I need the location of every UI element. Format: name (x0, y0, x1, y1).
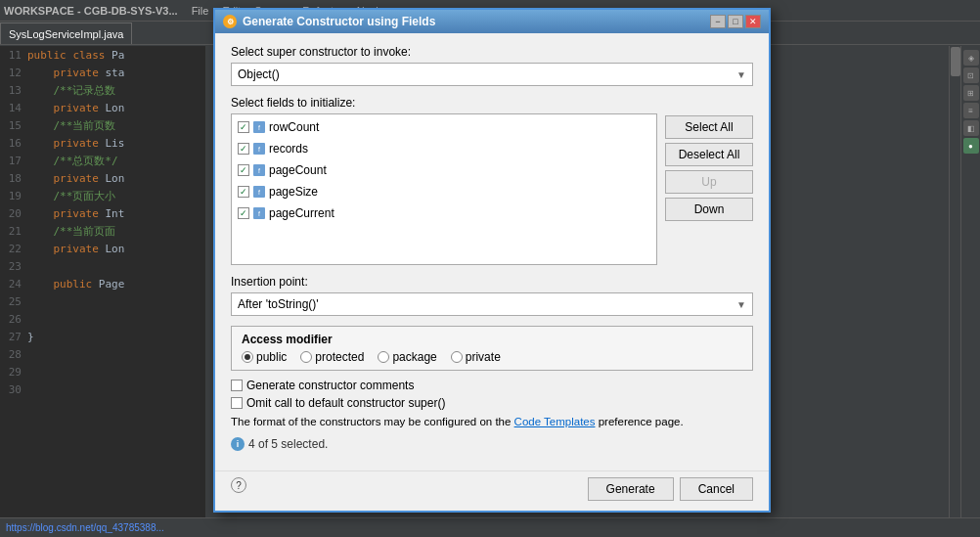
fields-label: Select fields to initialize: (231, 96, 753, 110)
radio-public-circle[interactable] (242, 351, 253, 363)
field-checkbox-records[interactable]: ✓ (238, 143, 249, 155)
radio-private-label: private (466, 350, 501, 364)
radio-private[interactable]: private (451, 350, 501, 364)
sidebar-icon-3[interactable]: ⊞ (963, 85, 979, 101)
sidebar-icon-2[interactable]: ⊡ (963, 67, 979, 83)
radio-protected-circle[interactable] (300, 351, 312, 363)
code-line-30: 30 (0, 380, 205, 398)
radio-private-circle[interactable] (451, 351, 463, 363)
code-editor: 11 public class Pa 12 private sta 13 /**… (0, 46, 205, 517)
deselect-all-button[interactable]: Deselect All (665, 143, 753, 166)
dialog-close-button[interactable]: ✕ (745, 15, 761, 28)
code-line-19: 19 /**页面大小 (0, 187, 205, 204)
code-line-12: 12 private sta (0, 64, 205, 81)
status-text: 4 of 5 selected. (248, 437, 328, 451)
code-line-24: 24 public Page (0, 275, 205, 292)
dialog-minimize-button[interactable]: − (710, 15, 726, 28)
dialog-body: Select super constructor to invoke: Obje… (215, 33, 769, 470)
sidebar-icon-green[interactable]: ● (963, 138, 979, 154)
insertion-point-arrow: ▼ (736, 299, 746, 310)
radio-package-circle[interactable] (378, 351, 389, 363)
field-icon-rowcount: f (253, 121, 265, 133)
super-constructor-dropdown[interactable]: Object() ▼ (231, 63, 753, 86)
field-item-pagecurrent[interactable]: ✓ f pageCurrent (234, 202, 654, 224)
code-line-21: 21 /**当前页面 (0, 222, 205, 240)
checkbox-comments-label: Generate constructor comments (246, 379, 414, 392)
insertion-point-value: After 'toString()' (238, 297, 319, 311)
status-info-icon: i (231, 437, 245, 451)
scrollbar-thumb[interactable] (951, 47, 960, 76)
super-constructor-value: Object() (238, 67, 280, 81)
dialog-controls: − □ ✕ (710, 15, 761, 28)
down-button[interactable]: Down (665, 198, 753, 221)
field-checkbox-pagesize[interactable]: ✓ (238, 186, 249, 198)
code-line-17: 17 /**总页数*/ (0, 152, 205, 169)
radio-package[interactable]: package (378, 350, 436, 364)
checkbox-omit[interactable]: Omit call to default constructor super() (231, 396, 753, 410)
select-all-button[interactable]: Select All (665, 115, 753, 139)
help-icon[interactable]: ? (231, 477, 246, 493)
code-line-28: 28 (0, 345, 205, 363)
statusbar-url: https://blog.csdn.net/qq_43785388... (6, 522, 164, 533)
menu-file[interactable]: File (186, 3, 215, 19)
fields-container: ✓ f rowCount ✓ f records ✓ f pageCount (231, 113, 753, 265)
ide-background: WORKSPACE - CGB-DB-SYS-V3... File Edit S… (0, 0, 980, 537)
checkbox-omit-label: Omit call to default constructor super() (246, 396, 445, 410)
right-sidebar: ◈ ⊡ ⊞ ≡ ◧ ● (960, 46, 980, 517)
checkbox-comments-box[interactable] (231, 380, 243, 391)
code-templates-link[interactable]: Code Templates (514, 416, 596, 427)
field-item-records[interactable]: ✓ f records (234, 138, 654, 159)
code-line-27: 27 } (0, 328, 205, 345)
generate-button[interactable]: Generate (588, 477, 674, 501)
checkbox-omit-box[interactable] (231, 397, 243, 409)
field-item-pagesize[interactable]: ✓ f pageSize (234, 181, 654, 202)
radio-package-label: package (392, 350, 436, 364)
up-button[interactable]: Up (665, 170, 753, 194)
insertion-point-section: Insertion point: After 'toString()' ▼ (231, 275, 753, 316)
field-item-rowcount[interactable]: ✓ f rowCount (234, 116, 654, 138)
cancel-button[interactable]: Cancel (680, 477, 753, 501)
field-name-pagecount: pageCount (269, 163, 327, 177)
dialog-footer: ? Generate Cancel (215, 470, 769, 511)
field-checkbox-pagecount[interactable]: ✓ (238, 164, 249, 176)
code-line-16: 16 private Lis (0, 134, 205, 152)
code-line-23: 23 (0, 257, 205, 275)
code-line-18: 18 private Lon (0, 169, 205, 187)
sidebar-icon-4[interactable]: ≡ (963, 103, 979, 118)
radio-group: public protected package private (242, 350, 742, 364)
field-item-pagecount[interactable]: ✓ f pageCount (234, 159, 654, 181)
workspace-title: WORKSPACE - CGB-DB-SYS-V3... (4, 5, 178, 17)
dialog-titlebar: ⚙ Generate Constructor using Fields − □ … (215, 10, 769, 33)
insertion-point-label: Insertion point: (231, 275, 753, 289)
scrollbar-track[interactable] (949, 46, 960, 517)
super-constructor-label: Select super constructor to invoke: (231, 45, 753, 59)
code-line-22: 22 private Lon (0, 240, 205, 257)
field-icon-pagecurrent: f (253, 207, 265, 219)
sidebar-icon-5[interactable]: ◧ (963, 120, 979, 136)
field-name-rowcount: rowCount (269, 120, 319, 134)
dialog-title: ⚙ Generate Constructor using Fields (223, 15, 435, 28)
field-checkbox-rowcount[interactable]: ✓ (238, 121, 249, 133)
insertion-point-dropdown[interactable]: After 'toString()' ▼ (231, 292, 753, 316)
field-icon-records: f (253, 143, 265, 155)
fields-list[interactable]: ✓ f rowCount ✓ f records ✓ f pageCount (231, 113, 657, 265)
access-modifier-title: Access modifier (242, 333, 742, 346)
access-modifier-section: Access modifier public protected package (231, 326, 753, 371)
field-checkbox-pagecurrent[interactable]: ✓ (238, 207, 249, 219)
code-line-29: 29 (0, 363, 205, 380)
radio-public[interactable]: public (242, 350, 287, 364)
code-line-26: 26 (0, 310, 205, 328)
super-constructor-arrow: ▼ (736, 69, 746, 80)
checkbox-comments[interactable]: Generate constructor comments (231, 379, 753, 392)
tab-syslog[interactable]: SysLogServiceImpl.java (0, 22, 132, 44)
dialog-title-icon: ⚙ (223, 15, 237, 28)
info-text: The format of the constructors may be co… (231, 414, 753, 429)
radio-protected[interactable]: protected (300, 350, 364, 364)
generate-constructor-dialog: ⚙ Generate Constructor using Fields − □ … (213, 8, 771, 513)
code-line-13: 13 /**记录总数 (0, 81, 205, 99)
sidebar-icon-1[interactable]: ◈ (963, 50, 979, 66)
dialog-maximize-button[interactable]: □ (728, 15, 743, 28)
field-name-pagesize: pageSize (269, 185, 318, 199)
code-line-11: 11 public class Pa (0, 46, 205, 64)
code-line-20: 20 private Int (0, 204, 205, 222)
